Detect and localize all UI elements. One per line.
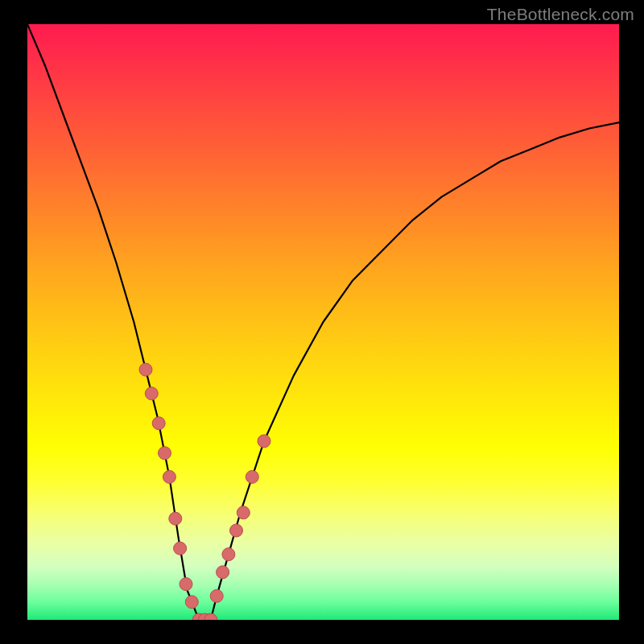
sample-point bbox=[217, 566, 229, 579]
sample-point bbox=[145, 387, 158, 400]
sample-point bbox=[237, 506, 250, 519]
chart-frame: TheBottleneck.com bbox=[0, 0, 644, 644]
bottleneck-curve bbox=[27, 24, 619, 620]
sample-points-group bbox=[139, 363, 270, 620]
sample-point bbox=[222, 548, 235, 561]
sample-point bbox=[163, 470, 175, 483]
sample-point bbox=[169, 512, 182, 525]
sample-point bbox=[152, 417, 165, 430]
sample-point bbox=[139, 363, 152, 376]
sample-point bbox=[246, 470, 258, 483]
sample-point bbox=[174, 542, 187, 555]
sample-point bbox=[180, 578, 192, 591]
sample-point bbox=[258, 435, 270, 448]
sample-point bbox=[185, 596, 198, 609]
sample-point bbox=[159, 447, 171, 460]
plot-area bbox=[27, 24, 619, 620]
sample-point bbox=[210, 589, 223, 602]
sample-point bbox=[230, 524, 243, 537]
watermark-text: TheBottleneck.com bbox=[487, 5, 634, 24]
bottleneck-chart bbox=[27, 24, 619, 620]
